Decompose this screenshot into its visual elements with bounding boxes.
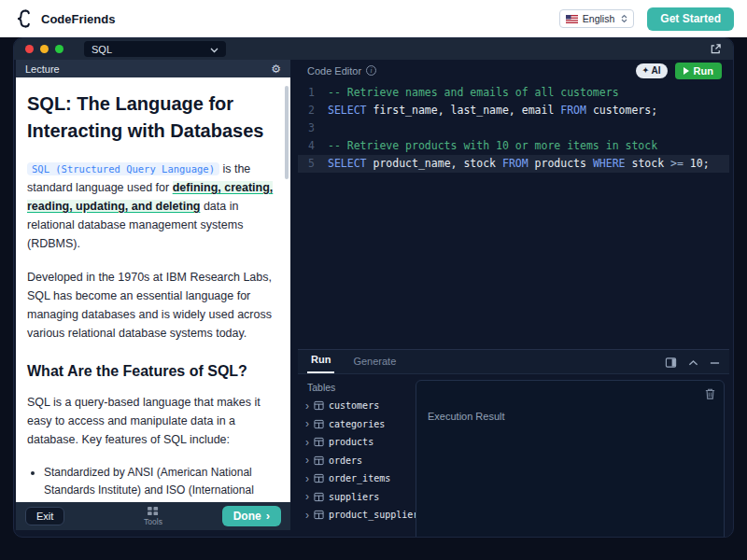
chevron-right-icon: › [305, 474, 309, 483]
line-number: 3 [298, 119, 328, 137]
tables-tree: ›customers›categories›products›orders›or… [303, 397, 419, 525]
console-dock: Run Generate Tables ›customers›categorie… [298, 349, 729, 538]
chevron-right-icon: › [305, 492, 309, 501]
lecture-title: SQL: The Language for Interacting with D… [27, 91, 277, 145]
code-lines[interactable]: 1-- Retrieve names and emails of all cus… [298, 81, 729, 349]
tab-generate[interactable]: Generate [349, 356, 400, 373]
editor-header: Code Editor i ✦AI Run [298, 60, 729, 81]
brand[interactable]: CodeFriends [13, 8, 115, 29]
table-icon [314, 455, 324, 466]
codefriends-logo-icon [13, 8, 34, 29]
inline-code-chip: SQL (Structured Query Language) [27, 162, 219, 175]
open-external-icon[interactable] [710, 43, 722, 55]
table-name: customers [329, 400, 379, 411]
code-text: -- Retrieve names and emails of all cust… [328, 84, 619, 102]
lecture-panel: Lecture ⚙ SQL: The Language for Interact… [16, 60, 290, 538]
brand-name: CodeFriends [41, 12, 115, 26]
code-line[interactable]: 5SELECT product_name, stock FROM product… [298, 155, 729, 173]
lecture-bullet-list: Standardized by ANSI (American National … [44, 464, 277, 502]
trash-icon[interactable] [704, 387, 716, 400]
lecture-footer-bar: Exit Tools Done› [16, 502, 290, 530]
chevron-right-icon: › [266, 511, 270, 521]
tables-section-label: Tables [307, 382, 335, 393]
run-code-button[interactable]: Run [675, 63, 722, 79]
code-line[interactable]: 3 [298, 119, 729, 137]
lecture-bullet-1: Standardized by ANSI (American National … [44, 464, 277, 502]
exit-button[interactable]: Exit [25, 507, 64, 525]
chevron-right-icon: › [305, 401, 309, 411]
chevron-right-icon: › [305, 438, 309, 447]
get-started-button[interactable]: Get Started [647, 7, 734, 31]
code-text: -- Retrieve products with 10 or more ite… [328, 137, 657, 155]
done-button[interactable]: Done› [222, 506, 281, 526]
lecture-content[interactable]: SQL: The Language for Interacting with D… [16, 77, 290, 502]
code-text: SELECT product_name, stock FROM products… [328, 155, 710, 173]
traffic-lights [25, 45, 63, 53]
chevron-right-icon: › [305, 419, 309, 428]
code-editor-panel: Code Editor i ✦AI Run 1-- Retrieve names… [298, 60, 729, 538]
line-number: 1 [298, 84, 328, 102]
table-name: categories [329, 419, 385, 429]
lecture-paragraph-1: SQL (Structured Query Language) is the s… [27, 160, 277, 253]
table-name: product_suppliers [329, 510, 424, 520]
table-tree-item[interactable]: ›products [303, 433, 419, 452]
table-name: suppliers [329, 492, 379, 502]
editor-title: Code Editor i [307, 65, 376, 77]
window-titlebar: SQL [14, 38, 733, 60]
ai-assist-button[interactable]: ✦AI [636, 63, 668, 78]
table-icon [314, 510, 324, 520]
top-navigation-bar: CodeFriends English Get Started [0, 0, 747, 37]
table-icon [314, 400, 324, 411]
tools-grid-icon [148, 506, 160, 516]
table-icon [314, 437, 324, 447]
tools-button[interactable]: Tools [144, 506, 162, 526]
course-select-value: SQL [92, 44, 112, 55]
table-tree-item[interactable]: ›product_suppliers [303, 506, 419, 525]
info-icon[interactable]: i [366, 65, 376, 76]
lecture-panel-header: Lecture ⚙ [16, 60, 290, 77]
line-number: 2 [298, 102, 328, 119]
app-window: SQL Lecture ⚙ SQL: The Language for Inte… [13, 37, 734, 538]
tools-label: Tools [144, 517, 162, 526]
table-tree-item[interactable]: ›categories [303, 415, 419, 434]
console-tabbar: Run Generate [298, 350, 729, 374]
table-name: orders [329, 455, 362, 466]
lecture-scrollbar[interactable] [285, 86, 289, 179]
table-icon [314, 473, 324, 483]
tab-run[interactable]: Run [307, 354, 334, 373]
code-line[interactable]: 2SELECT first_name, last_name, email FRO… [298, 102, 729, 119]
table-icon [314, 492, 324, 502]
chevron-right-icon: › [305, 455, 309, 465]
sparkle-icon: ✦ [642, 66, 649, 75]
table-tree-item[interactable]: ›order_items [303, 469, 419, 488]
table-tree-item[interactable]: ›customers [303, 397, 419, 415]
collapse-chevron-up-icon[interactable] [688, 359, 698, 367]
language-select[interactable]: English [559, 9, 634, 28]
table-icon [314, 419, 324, 429]
line-number: 5 [298, 155, 328, 173]
chevron-right-icon: › [305, 511, 309, 520]
chevron-down-icon [210, 44, 218, 55]
settings-gear-icon[interactable]: ⚙ [271, 63, 281, 76]
table-name: order_items [329, 473, 390, 483]
us-flag-icon [566, 15, 578, 23]
maximize-window-icon[interactable] [55, 45, 63, 53]
table-tree-item[interactable]: ›suppliers [303, 488, 419, 507]
lecture-subheading: What Are the Features of SQL? [27, 363, 277, 380]
execution-result-panel: Execution Result [416, 380, 725, 538]
code-line[interactable]: 4-- Retrieve products with 10 or more it… [298, 137, 729, 155]
execution-result-label: Execution Result [428, 411, 505, 422]
code-line[interactable]: 1-- Retrieve names and emails of all cus… [298, 84, 729, 102]
lecture-panel-title: Lecture [25, 63, 60, 75]
line-number: 4 [298, 137, 328, 155]
minimize-dock-icon[interactable] [710, 361, 720, 365]
split-panel-icon[interactable] [665, 357, 677, 369]
table-tree-item[interactable]: ›orders [303, 452, 419, 470]
minimize-window-icon[interactable] [40, 45, 49, 53]
course-select[interactable]: SQL [84, 41, 226, 57]
close-window-icon[interactable] [25, 45, 34, 53]
lecture-paragraph-3: SQL is a query-based language that makes… [27, 393, 277, 449]
play-icon [684, 67, 689, 75]
table-name: products [329, 437, 374, 447]
language-label: English [583, 13, 614, 24]
